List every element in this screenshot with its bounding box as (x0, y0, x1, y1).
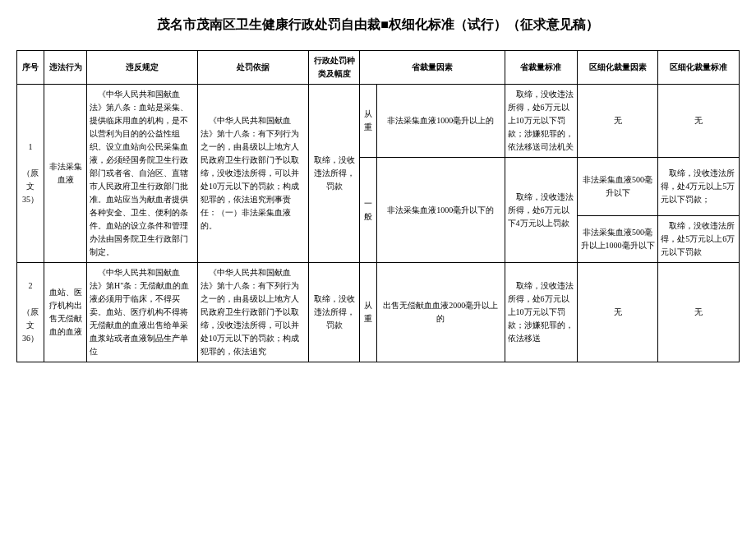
header-type: 行政处罚种类及幅度 (308, 51, 359, 85)
cell-level: 从重 (360, 85, 377, 158)
cell-type: 取缔，没收违法所得，罚款 (308, 85, 359, 263)
cell-detail-factor: 无 (577, 85, 658, 158)
cell-basis: 《中华人民共和国献血法》第十八条：有下列行为之一的，由县级以上地方人民政府卫生行… (197, 263, 308, 362)
header-detail-factor: 区细化裁量因素 (577, 51, 658, 85)
page-title: 茂名市茂南区卫生健康行政处罚自由裁■权细化标准（试行）（征求意见稿） (16, 16, 740, 34)
cell-standard: 取缔，没收违法所得，处6万元以下4万元以上罚款 (505, 158, 577, 263)
header-basis: 处罚依据 (197, 51, 308, 85)
cell-detail-std: 无 (658, 263, 740, 362)
cell-type: 取缔，没收违法所得，罚款 (308, 263, 359, 362)
cell-standard: 取缔，没收违法所得，处6万元以上10万元以下罚款；涉嫌犯罪的，依法移送 (505, 263, 577, 362)
cell-detail-factor: 无 (577, 263, 658, 362)
cell-factor: 出售无偿献血血液2000毫升以上的 (376, 263, 505, 362)
header-seq: 序号 (17, 51, 44, 85)
header-act: 违法行为 (44, 51, 87, 85)
seq-num: 2 (20, 279, 41, 293)
cell-basis: 《中华人民共和国献血法》第十八条：有下列行为之一的，由县级以上地方人民政府卫生行… (197, 85, 308, 263)
seq-num: 1 (20, 141, 41, 154)
cell-act: 非法采集血液 (44, 85, 87, 263)
seq-ref: （原文35） (20, 167, 41, 206)
header-detail-std: 区细化裁量标准 (658, 51, 740, 85)
cell-detail-factor: 非法采集血液500毫升以上1000毫升以下 (577, 216, 658, 263)
header-factor: 省裁量因素 (360, 51, 505, 85)
cell-detail-std: 无 (658, 85, 740, 158)
cell-rule: 《中华人民共和国献血法》第八条：血站是采集、提供临床用血的机构，是不以营利为目的… (87, 85, 198, 263)
cell-standard: 取缔，没收违法所得，处6万元以上10万元以下罚款；涉嫌犯罪的，依法移送司法机关 (505, 85, 577, 158)
cell-level: 从重 (360, 263, 377, 362)
cell-detail-std: 取缔，没收违法所得，处4万元以上5万元以下罚款； (658, 158, 740, 216)
cell-act: 血站、医疗机构出售无偿献血的血液 (44, 263, 87, 362)
cell-seq: 1 （原文35） (17, 85, 44, 263)
header-standard: 省裁量标准 (505, 51, 577, 85)
header-rule: 违反规定 (87, 51, 198, 85)
main-table: 序号 违法行为 违反规定 处罚依据 行政处罚种类及幅度 省裁量因素 省裁量标准 … (16, 50, 740, 362)
cell-factor: 非法采集血液1000毫升以上的 (376, 85, 505, 158)
cell-detail-std: 取缔，没收违法所得，处5万元以上6万元以下罚款 (658, 216, 740, 263)
table-row: 1 （原文35） 非法采集血液 《中华人民共和国献血法》第八条：血站是采集、提供… (17, 85, 740, 158)
cell-level: 一般 (360, 158, 377, 263)
seq-ref: （原文36） (20, 306, 41, 345)
header-row: 序号 违法行为 违反规定 处罚依据 行政处罚种类及幅度 省裁量因素 省裁量标准 … (17, 51, 740, 85)
cell-seq: 2 （原文36） (17, 263, 44, 362)
cell-detail-factor: 非法采集血液500毫升以下 (577, 158, 658, 216)
cell-factor: 非法采集血液1000毫升以下的 (376, 158, 505, 263)
table-row: 2 （原文36） 血站、医疗机构出售无偿献血的血液 《中华人民共和国献血法》第H… (17, 263, 740, 362)
cell-rule: 《中华人民共和国献血法》第H"条：无偿献血的血液必须用于临床，不得买卖。血站、医… (87, 263, 198, 362)
